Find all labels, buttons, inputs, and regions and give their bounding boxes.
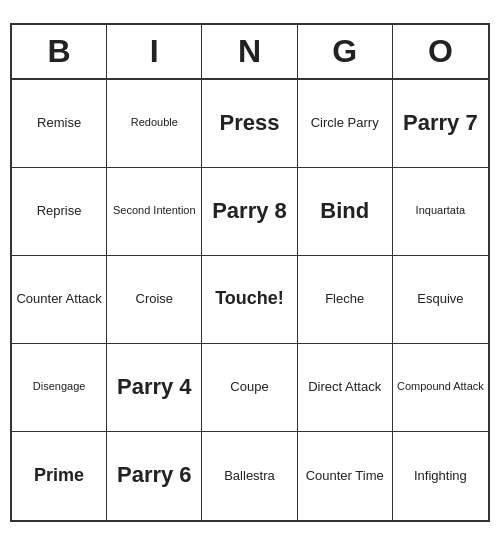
cell-label: Counter Time	[306, 468, 384, 484]
bingo-cell: Counter Time	[298, 432, 393, 520]
cell-label: Croise	[136, 291, 174, 307]
bingo-cell: Coupe	[202, 344, 297, 432]
bingo-cell: Circle Parry	[298, 80, 393, 168]
bingo-cell: Prime	[12, 432, 107, 520]
bingo-cell: Press	[202, 80, 297, 168]
bingo-cell: Remise	[12, 80, 107, 168]
bingo-cell: Counter Attack	[12, 256, 107, 344]
cell-label: Second Intention	[113, 204, 196, 217]
cell-label: Parry 4	[117, 374, 192, 400]
bingo-cell: Bind	[298, 168, 393, 256]
bingo-cell: Esquive	[393, 256, 488, 344]
bingo-cell: Ballestra	[202, 432, 297, 520]
cell-label: Parry 6	[117, 462, 192, 488]
bingo-cell: Direct Attack	[298, 344, 393, 432]
cell-label: Compound Attack	[397, 380, 484, 393]
cell-label: Coupe	[230, 379, 268, 395]
cell-label: Bind	[320, 198, 369, 224]
bingo-cell: Second Intention	[107, 168, 202, 256]
cell-label: Reprise	[37, 203, 82, 219]
bingo-cell: Fleche	[298, 256, 393, 344]
bingo-cell: Compound Attack	[393, 344, 488, 432]
cell-label: Redouble	[131, 116, 178, 129]
bingo-header: BINGO	[12, 25, 488, 80]
cell-label: Prime	[34, 465, 84, 487]
cell-label: Counter Attack	[16, 291, 101, 307]
bingo-cell: Inquartata	[393, 168, 488, 256]
header-letter: O	[393, 25, 488, 78]
cell-label: Inquartata	[416, 204, 466, 217]
bingo-grid: RemiseRedoublePressCircle ParryParry 7Re…	[12, 80, 488, 520]
cell-label: Ballestra	[224, 468, 275, 484]
cell-label: Infighting	[414, 468, 467, 484]
header-letter: G	[298, 25, 393, 78]
bingo-cell: Touche!	[202, 256, 297, 344]
bingo-cell: Disengage	[12, 344, 107, 432]
bingo-card: BINGO RemiseRedoublePressCircle ParryPar…	[10, 23, 490, 522]
cell-label: Esquive	[417, 291, 463, 307]
header-letter: I	[107, 25, 202, 78]
cell-label: Circle Parry	[311, 115, 379, 131]
header-letter: N	[202, 25, 297, 78]
bingo-cell: Parry 8	[202, 168, 297, 256]
cell-label: Remise	[37, 115, 81, 131]
cell-label: Fleche	[325, 291, 364, 307]
cell-label: Press	[220, 110, 280, 136]
cell-label: Parry 7	[403, 110, 478, 136]
bingo-cell: Croise	[107, 256, 202, 344]
cell-label: Disengage	[33, 380, 86, 393]
cell-label: Touche!	[215, 288, 284, 310]
bingo-cell: Parry 6	[107, 432, 202, 520]
bingo-cell: Redouble	[107, 80, 202, 168]
bingo-cell: Reprise	[12, 168, 107, 256]
cell-label: Direct Attack	[308, 379, 381, 395]
bingo-cell: Infighting	[393, 432, 488, 520]
cell-label: Parry 8	[212, 198, 287, 224]
bingo-cell: Parry 7	[393, 80, 488, 168]
bingo-cell: Parry 4	[107, 344, 202, 432]
header-letter: B	[12, 25, 107, 78]
